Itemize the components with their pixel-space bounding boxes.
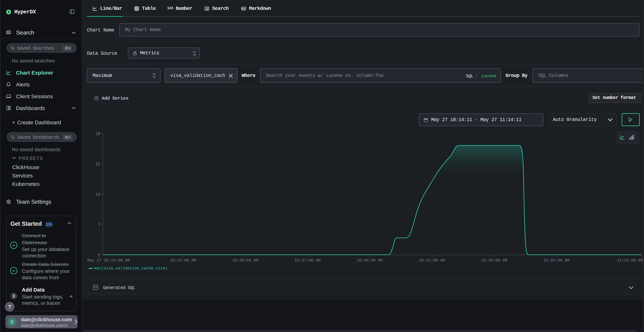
svg-text:11:14:00 AM: 11:14:00 AM [617,258,643,263]
svg-text:28: 28 [96,131,100,136]
svg-text:10:51:00 AM: 10:51:00 AM [419,258,445,263]
svg-text:0: 0 [98,253,100,258]
svg-text:10:58:00 AM: 10:58:00 AM [481,258,507,263]
svg-text:11:05:00 AM: 11:05:00 AM [544,258,570,263]
svg-text:21: 21 [96,162,100,166]
svg-text:14: 14 [96,192,100,196]
svg-text:10:44:00 AM: 10:44:00 AM [357,258,383,263]
svg-text:10:37:00 AM: 10:37:00 AM [294,258,320,263]
svg-text:7: 7 [98,222,100,227]
svg-text:10:23:00 AM: 10:23:00 AM [170,258,196,263]
svg-text:10:30:00 AM: 10:30:00 AM [232,258,258,263]
svg-text:May 27 10:14:00 AM: May 27 10:14:00 AM [87,258,130,263]
